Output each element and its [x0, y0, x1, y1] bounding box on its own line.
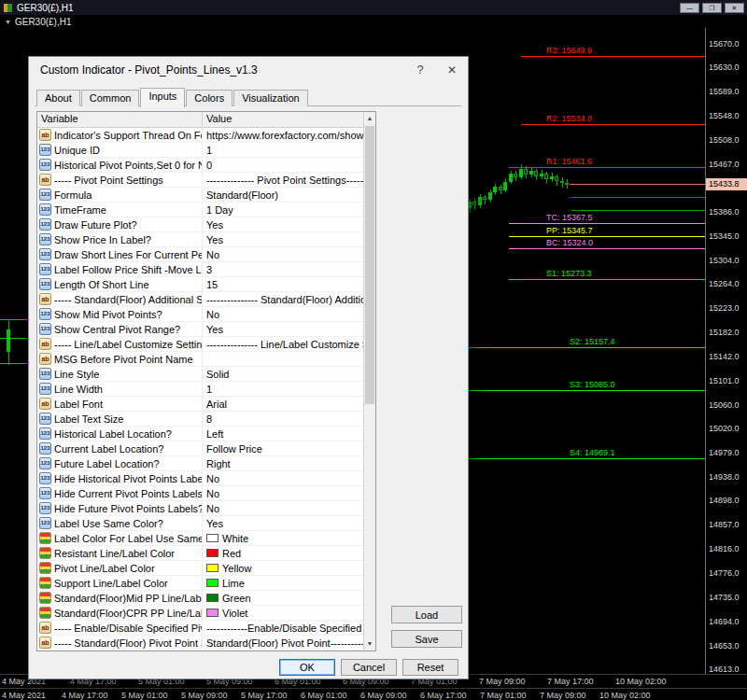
param-row[interactable]: ab----- Standard(Floor) Additional Setti… [37, 292, 363, 307]
tab-about[interactable]: About [36, 90, 80, 106]
chart-tab-label[interactable]: GER30(£),H1 [15, 17, 72, 27]
time-axis-label: 7 May 17:00 [547, 677, 594, 686]
param-value-cell[interactable]: 3 [203, 262, 363, 276]
param-row[interactable]: 123Current Label Location?Follow Price [37, 441, 363, 456]
param-value-cell[interactable]: 1 Day [203, 203, 363, 217]
param-value-cell[interactable]: Yellow [203, 561, 363, 575]
reset-button[interactable]: Reset [402, 659, 458, 676]
param-row[interactable]: Label Color For Label Use Same ColorWhit… [37, 531, 363, 546]
param-row[interactable]: 123FormulaStandard(Floor) [37, 188, 363, 203]
param-row[interactable]: 123Historical Label Location?Left [37, 427, 363, 441]
time-axis-secondary[interactable]: 4 May 20214 May 17:005 May 01:005 May 09… [0, 688, 747, 700]
param-row[interactable]: 123Length Of Short Line15 [37, 277, 363, 292]
param-value-cell[interactable]: --------------- Standard(Floor) Addition… [203, 292, 363, 306]
param-value-cell[interactable]: Yes [203, 217, 363, 231]
param-value-cell[interactable]: 15 [203, 277, 363, 291]
dialog-help-button[interactable]: ? [404, 57, 436, 83]
cancel-button[interactable]: Cancel [341, 659, 397, 676]
param-value-cell[interactable]: 8 [203, 412, 363, 426]
param-row[interactable]: Standard(Floor)CPR PP Line/Label ColorVi… [37, 606, 363, 621]
param-variable-cell: 123Historical Pivot Points,Set 0 for NON… [37, 158, 203, 172]
param-value-cell[interactable]: --------------- Line/Label Customize Set… [203, 337, 363, 351]
param-value-cell[interactable]: Lime [203, 576, 363, 590]
param-value-cell[interactable]: No [203, 471, 363, 485]
minimize-button[interactable]: — [680, 3, 699, 13]
tab-colors[interactable]: Colors [186, 90, 233, 106]
param-value-cell[interactable]: Yes [203, 516, 363, 530]
param-variable: MSG Before Pivot Point Name [54, 354, 193, 365]
param-row[interactable]: Standard(Floor)Mid PP Line/Label ColorGr… [37, 591, 363, 606]
param-row[interactable]: 123Draw Short Lines For Current Period?N… [37, 247, 363, 262]
param-row[interactable]: abMSG Before Pivot Point Name [37, 352, 363, 367]
param-value-cell[interactable]: No [203, 307, 363, 321]
tab-common[interactable]: Common [81, 90, 140, 106]
param-row[interactable]: 123Line Width1 [37, 382, 363, 397]
param-value-cell[interactable]: ------------Enable/Disable Specified Piv… [203, 621, 363, 635]
scroll-down-arrow-icon[interactable]: ▼ [364, 637, 375, 651]
scroll-up-arrow-icon[interactable]: ▲ [364, 112, 375, 125]
numeric-param-icon: 123 [39, 427, 51, 440]
load-button[interactable]: Load [391, 606, 462, 623]
param-row[interactable]: ab----- Enable/Disable Specified Pivot P… [37, 621, 363, 636]
chevron-down-icon[interactable]: ▼ [5, 19, 11, 25]
param-row[interactable]: 123Hide Current Pivot Points Labels?No [37, 486, 363, 501]
param-value-cell[interactable]: Yes [203, 232, 363, 246]
param-row[interactable]: 123Historical Pivot Points,Set 0 for NON… [37, 158, 363, 173]
param-row[interactable]: abLabel FontArial [37, 397, 363, 412]
param-value-cell[interactable]: Right [203, 456, 363, 470]
time-axis-label: 5 May 17:00 [241, 691, 288, 700]
save-button[interactable]: Save [391, 630, 462, 648]
param-value-cell[interactable]: Yes [203, 322, 363, 336]
param-row[interactable]: 123Show Central Pivot Range?Yes [37, 322, 363, 337]
param-row[interactable]: ab----- Standard(Floor) Pivot Point Sett… [37, 636, 363, 651]
param-row[interactable]: 123Label Use Same Color?Yes [37, 516, 363, 531]
param-row[interactable]: 123Future Label Location?Right [37, 456, 363, 471]
tab-visualization[interactable]: Visualization [233, 90, 308, 106]
param-value-cell[interactable]: 1 [203, 143, 363, 157]
param-row[interactable]: ab----- Pivot Point Settings------------… [37, 173, 363, 188]
param-value-cell[interactable]: No [203, 501, 363, 515]
param-row[interactable]: 123Hide Future Pivot Points Labels?No [37, 501, 363, 516]
param-row[interactable]: 123Unique ID1 [37, 143, 363, 158]
param-value: Green [222, 593, 251, 604]
param-row[interactable]: ab----- Line/Label Customize Settings---… [37, 337, 363, 352]
param-value-cell[interactable]: 0 [203, 158, 363, 172]
param-row[interactable]: 123Show Price In Label?Yes [37, 232, 363, 247]
param-row[interactable]: 123Hide Historical Pivot Points Labels?N… [37, 471, 363, 486]
param-row[interactable]: Pivot Line/Label ColorYellow [37, 561, 363, 576]
candlestick [503, 182, 507, 191]
param-row[interactable]: abIndicator's Support Thread On Forex F.… [37, 128, 363, 143]
param-value-cell[interactable]: Violet [203, 606, 363, 620]
param-value-cell[interactable]: Green [203, 591, 363, 605]
param-value-cell[interactable]: Red [203, 546, 363, 560]
param-row[interactable]: 123Line StyleSolid [37, 367, 363, 382]
param-row[interactable]: Resistant Line/Label ColorRed [37, 546, 363, 561]
param-value-cell[interactable]: Left [203, 427, 363, 441]
close-button[interactable]: ✕ [725, 3, 744, 13]
param-row[interactable]: 123TimeFrame1 Day [37, 203, 363, 217]
param-row[interactable]: 123Show Mid Pivot Points?No [37, 307, 363, 322]
param-row[interactable]: 123Label Text Size8 [37, 412, 363, 427]
table-scrollbar[interactable]: ▲ ▼ [363, 112, 375, 651]
param-value-cell[interactable]: Follow Price [203, 441, 363, 455]
ok-button[interactable]: OK [279, 659, 335, 676]
param-value-cell[interactable]: https://www.forexfactory.com/showthread.… [203, 128, 363, 142]
param-row[interactable]: Support Line/Label ColorLime [37, 576, 363, 591]
param-value-cell[interactable]: Arial [203, 397, 363, 411]
param-value-cell[interactable]: Standard(Floor) Pivot Point-------------… [203, 636, 363, 650]
param-row[interactable]: 123Label Follow Price Shift -Move Left, … [37, 262, 363, 277]
param-value-cell[interactable] [203, 352, 363, 366]
dialog-close-button[interactable]: ✕ [436, 57, 468, 83]
param-value-cell[interactable]: -------------- Pivot Point Settings-----… [203, 173, 363, 187]
param-value-cell[interactable]: 1 [203, 382, 363, 396]
param-row[interactable]: 123Draw Future Plot?Yes [37, 217, 363, 232]
param-value-cell[interactable]: No [203, 486, 363, 500]
scrollbar-thumb[interactable] [365, 126, 374, 404]
param-variable-cell: 123Line Style [37, 367, 203, 381]
restore-button[interactable]: ❐ [702, 3, 722, 13]
param-value-cell[interactable]: No [203, 247, 363, 261]
tab-inputs[interactable]: Inputs [140, 88, 185, 107]
param-value-cell[interactable]: Solid [203, 367, 363, 381]
param-value-cell[interactable]: White [203, 531, 363, 545]
param-value-cell[interactable]: Standard(Floor) [203, 188, 363, 202]
